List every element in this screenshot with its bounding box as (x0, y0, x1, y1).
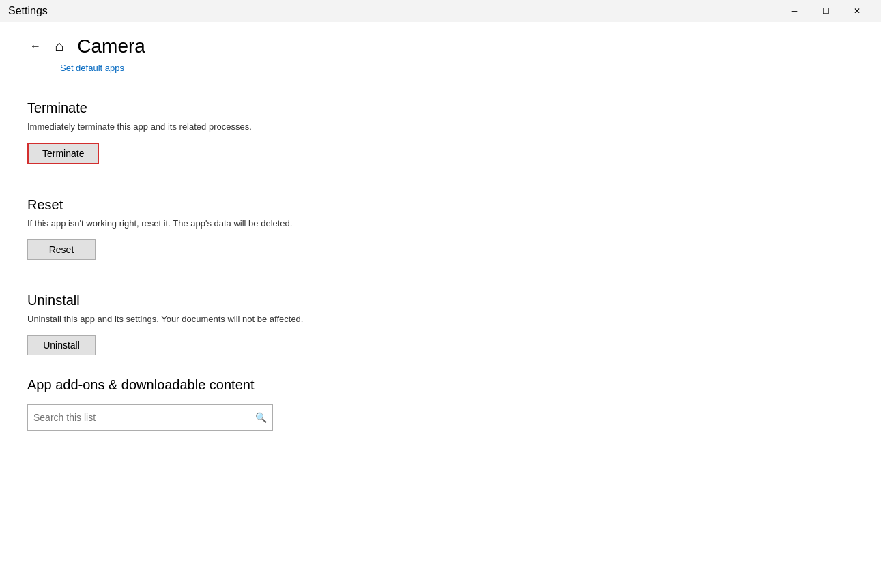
terminate-section: Terminate Immediately terminate this app… (27, 89, 854, 164)
search-icon: 🔍 (255, 412, 267, 423)
page-header: ← ⌂ Camera (27, 35, 854, 57)
content-area: ← ⌂ Camera Set default apps Terminate Im… (0, 22, 881, 588)
terminate-button[interactable]: Terminate (27, 143, 99, 164)
terminate-description: Immediately terminate this app and its r… (27, 121, 854, 132)
close-button[interactable]: ✕ (841, 0, 873, 22)
page-content: ← ⌂ Camera Set default apps Terminate Im… (0, 22, 881, 588)
reset-button[interactable]: Reset (27, 239, 96, 260)
uninstall-section: Uninstall Uninstall this app and its set… (27, 282, 854, 355)
maximize-button[interactable]: ☐ (810, 0, 841, 22)
uninstall-title: Uninstall (27, 293, 854, 308)
minimize-button[interactable]: ─ (779, 0, 810, 22)
search-input[interactable] (33, 412, 255, 423)
reset-section: Reset If this app isn't working right, r… (27, 186, 854, 260)
addons-title: App add-ons & downloadable content (27, 377, 854, 393)
reset-description: If this app isn't working right, reset i… (27, 218, 854, 229)
uninstall-button[interactable]: Uninstall (27, 335, 96, 355)
title-bar: Settings ─ ☐ ✕ (0, 0, 881, 22)
reset-title: Reset (27, 197, 854, 213)
search-container: 🔍 (27, 404, 273, 431)
title-bar-controls: ─ ☐ ✕ (779, 0, 873, 22)
uninstall-description: Uninstall this app and its settings. You… (27, 314, 854, 324)
breadcrumb-link[interactable]: Set default apps (60, 63, 854, 73)
back-button[interactable]: ← (27, 38, 44, 55)
home-icon: ⌂ (55, 38, 63, 55)
title-bar-left: Settings (8, 5, 48, 17)
page-title: Camera (77, 35, 145, 57)
addons-section: App add-ons & downloadable content 🔍 (27, 377, 854, 431)
title-bar-title: Settings (8, 5, 48, 17)
terminate-title: Terminate (27, 100, 854, 116)
